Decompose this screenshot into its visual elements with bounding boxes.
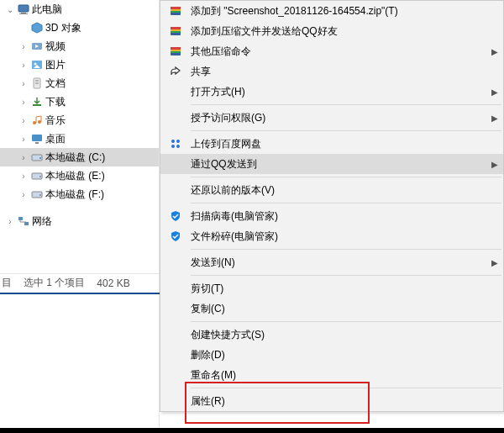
tree-item-videos[interactable]: ›视频 (0, 37, 159, 55)
svg-rect-26 (171, 7, 181, 9)
archive-icon (160, 4, 191, 18)
submenu-arrow-icon: ▶ (486, 258, 503, 267)
tree-item-downloads[interactable]: ›下载 (0, 92, 159, 111)
menu-item-share[interactable]: 共享 (160, 61, 503, 82)
tree-item-disk-e[interactable]: ›本地磁盘 (E:) (0, 166, 159, 185)
divider (0, 428, 504, 433)
menu-item-other-compress[interactable]: 其他压缩命令▶ (160, 41, 503, 61)
separator (191, 203, 501, 203)
chevron-right-icon: › (18, 98, 29, 107)
menu-item-send-to[interactable]: 发送到(N)▶ (160, 252, 503, 272)
archive-icon (160, 24, 191, 38)
svg-point-37 (171, 140, 175, 143)
context-menu: 添加到 "Screenshot_20181126-164554.zip"(T) … (160, 0, 504, 412)
tree-item-music[interactable]: ›音乐 (0, 111, 159, 129)
menu-label: 文件粉碎(电脑管家) (191, 230, 503, 244)
tree-label: 本地磁盘 (E:) (45, 169, 105, 183)
chevron-right-icon: › (18, 135, 29, 144)
menu-item-grant-access[interactable]: 授予访问权限(G)▶ (160, 108, 503, 128)
svg-rect-34 (171, 47, 181, 50)
menu-item-create-shortcut[interactable]: 创建快捷方式(S) (160, 325, 503, 345)
tree-item-pictures[interactable]: ›图片 (0, 55, 159, 74)
svg-point-39 (171, 145, 175, 148)
svg-rect-23 (18, 217, 23, 220)
svg-rect-2 (19, 13, 28, 14)
tree-item-3d[interactable]: 3D 对象 (0, 18, 159, 37)
menu-label: 上传到百度网盘 (191, 137, 503, 151)
tree-label: 桌面 (45, 132, 66, 146)
svg-rect-27 (171, 9, 181, 11)
menu-item-rename[interactable]: 重命名(M) (160, 365, 503, 385)
status-items: 目 (2, 276, 12, 290)
status-size: 402 KB (97, 277, 129, 289)
chevron-right-icon: › (18, 116, 29, 125)
chevron-right-icon: › (18, 61, 29, 70)
svg-point-14 (38, 120, 41, 124)
menu-item-file-shred[interactable]: 文件粉碎(电脑管家) (160, 226, 503, 246)
svg-rect-32 (171, 31, 181, 33)
chevron-right-icon: › (18, 153, 29, 162)
disk-icon (29, 169, 45, 182)
menu-item-open-with[interactable]: 打开方式(H)▶ (160, 82, 503, 102)
tree-label: 此电脑 (32, 3, 62, 17)
shield-icon (160, 209, 191, 223)
disk-icon (29, 150, 45, 164)
menu-label: 扫描病毒(电脑管家) (191, 209, 503, 224)
separator (191, 249, 501, 250)
svg-rect-24 (24, 222, 29, 225)
download-icon (29, 95, 45, 108)
svg-point-40 (176, 145, 180, 148)
submenu-arrow-icon: ▶ (486, 114, 503, 123)
menu-item-send-qq[interactable]: 通过QQ发送到▶ (160, 154, 503, 174)
menu-label: 重命名(M) (191, 368, 503, 383)
menu-item-add-to-zip[interactable]: 添加到 "Screenshot_20181126-164554.zip"(T) (160, 1, 503, 21)
tree-item-disk-c[interactable]: ›本地磁盘 (C:) (0, 148, 159, 166)
menu-label: 删除(D) (191, 348, 503, 362)
tree-item-network[interactable]: ›网络 (0, 212, 159, 230)
tree-label: 本地磁盘 (F:) (45, 187, 104, 202)
menu-label: 打开方式(H) (191, 85, 486, 99)
menu-label: 授予访问权限(G) (191, 111, 486, 125)
caret-icon: ⌄ (5, 5, 15, 14)
menu-label: 添加到压缩文件并发送给QQ好友 (191, 24, 503, 39)
menu-item-upload-baidu[interactable]: 上传到百度网盘 (160, 134, 503, 154)
svg-rect-1 (21, 13, 26, 13)
tree-label: 3D 对象 (45, 21, 81, 35)
tree-item-this-pc[interactable]: ⌄ 此电脑 (0, 0, 159, 18)
svg-point-22 (39, 194, 41, 196)
menu-item-add-send-qq[interactable]: 添加到压缩文件并发送给QQ好友 (160, 21, 503, 41)
menu-item-copy[interactable]: 复制(C) (160, 298, 503, 319)
svg-point-13 (33, 121, 36, 124)
menu-item-properties[interactable]: 属性(R) (160, 391, 503, 411)
menu-label: 通过QQ发送到 (191, 157, 486, 172)
status-selection: 选中 1 个项目 (24, 276, 85, 290)
video-icon (29, 40, 45, 53)
baidu-icon (160, 137, 191, 150)
separator (191, 104, 501, 105)
menu-label: 还原以前的版本(V) (191, 183, 503, 198)
svg-rect-28 (171, 11, 181, 13)
menu-label: 发送到(N) (191, 256, 486, 270)
svg-point-38 (176, 140, 180, 143)
tree-label: 网络 (32, 214, 52, 229)
tree-item-documents[interactable]: ›文档 (0, 74, 159, 92)
chevron-right-icon: › (18, 172, 29, 181)
separator (191, 130, 501, 131)
tree-item-disk-f[interactable]: ›本地磁盘 (F:) (0, 185, 159, 203)
menu-item-delete[interactable]: 删除(D) (160, 345, 503, 365)
menu-item-scan-virus[interactable]: 扫描病毒(电脑管家) (160, 206, 503, 226)
navigation-tree: ⌄ 此电脑 3D 对象 ›视频 ›图片 ›文档 ›下载 ›音乐 ›桌面 ›本地磁… (0, 0, 160, 433)
status-bar: 目 选中 1 个项目 402 KB (0, 273, 160, 292)
submenu-arrow-icon: ▶ (486, 160, 503, 169)
menu-item-restore-versions[interactable]: 还原以前的版本(V) (160, 180, 503, 200)
separator (191, 321, 501, 322)
menu-item-cut[interactable]: 剪切(T) (160, 278, 503, 298)
tree-item-desktop[interactable]: ›桌面 (0, 129, 159, 148)
menu-label: 添加到 "Screenshot_20181126-164554.zip"(T) (191, 4, 503, 18)
svg-rect-35 (171, 50, 181, 51)
tree-label: 本地磁盘 (C:) (45, 150, 105, 165)
svg-rect-30 (171, 27, 181, 29)
svg-rect-0 (18, 5, 29, 12)
archive-icon (160, 45, 191, 58)
submenu-arrow-icon: ▶ (486, 87, 503, 97)
